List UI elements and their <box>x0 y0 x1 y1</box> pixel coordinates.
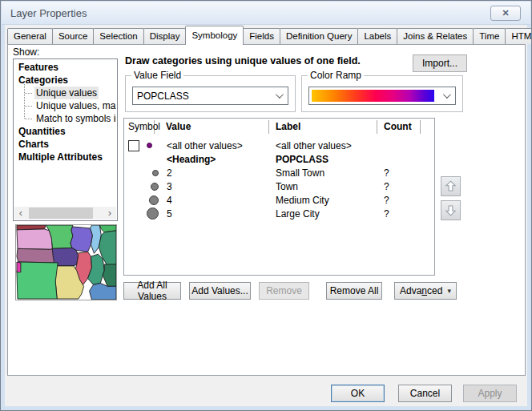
column-label: Label <box>269 120 377 134</box>
arrow-up-icon <box>443 179 458 194</box>
all-other-values-symbol[interactable] <box>147 143 152 148</box>
window-title: Layer Properties <box>10 7 87 19</box>
tab-selection[interactable]: Selection <box>93 28 143 44</box>
tree-item-quantities[interactable]: Quantities <box>17 125 116 138</box>
table-row-small-town[interactable]: 2 Small Town ? <box>124 166 434 179</box>
move-down-button[interactable] <box>441 200 461 220</box>
table-row-heading[interactable]: <Heading> POPCLASS <box>124 152 434 166</box>
values-table: Symbol Value Label Count <all other valu… <box>123 118 435 276</box>
tree-branch-icon <box>25 106 32 107</box>
scroll-left-icon[interactable]: ‹ <box>14 208 27 219</box>
tab-bar: General Source Selection Display Symbolo… <box>7 26 532 44</box>
map-state <box>17 262 58 299</box>
arrow-down-icon <box>443 203 458 218</box>
tree-branch-icon <box>25 119 32 119</box>
show-tree: Features Categories Unique values Unique… <box>13 58 118 221</box>
apply-button[interactable]: Apply <box>463 385 517 402</box>
color-ramp-select[interactable] <box>308 87 456 105</box>
color-ramp-swatch <box>312 90 434 102</box>
table-row-town[interactable]: 3 Town ? <box>124 179 434 193</box>
table-row-large-city[interactable]: 5 Large City ? <box>124 207 434 220</box>
tree-item-multiple-attributes[interactable]: Multiple Attributes <box>17 151 116 163</box>
color-ramp-label: Color Ramp <box>308 70 364 81</box>
tab-joins-relates[interactable]: Joins & Relates <box>397 28 474 44</box>
cancel-button[interactable]: Cancel <box>398 385 452 402</box>
tree-item-unique-values-many[interactable]: Unique values, many <box>17 99 116 112</box>
tab-labels[interactable]: Labels <box>357 28 397 44</box>
tab-fields[interactable]: Fields <box>243 28 280 44</box>
value-field-group: Value Field POPCLASS <box>125 75 296 112</box>
add-all-values-button[interactable]: Add All Values <box>123 282 181 300</box>
tab-definition-query[interactable]: Definition Query <box>280 28 358 44</box>
show-label: Show: <box>13 46 39 58</box>
scrollbar-thumb[interactable] <box>29 208 93 219</box>
map-state <box>71 227 93 252</box>
tree-branch-icon <box>25 93 32 94</box>
tree-item-match-to-symbols[interactable]: Match to symbols in a <box>17 112 116 125</box>
map-preview <box>15 224 117 300</box>
horizontal-scrollbar[interactable]: ‹ › <box>14 207 116 220</box>
panel-heading: Draw categories using unique values of o… <box>125 55 361 66</box>
add-values-button[interactable]: Add Values... <box>189 282 251 300</box>
remove-all-button[interactable]: Remove All <box>326 282 382 300</box>
scroll-right-icon[interactable]: › <box>103 208 116 219</box>
map-state <box>17 229 52 249</box>
table-header: Symbol Value Label Count <box>124 119 434 135</box>
map-state <box>103 264 116 286</box>
remove-button[interactable]: Remove <box>259 282 309 300</box>
tab-symbology[interactable]: Symbology <box>185 26 244 45</box>
class-symbol[interactable] <box>149 195 159 205</box>
value-field-select[interactable]: POPCLASS <box>132 87 288 105</box>
close-button[interactable]: ✕ <box>490 6 521 21</box>
tree-item-unique-values[interactable]: Unique values <box>17 87 116 99</box>
column-count: Count <box>377 120 421 134</box>
import-button[interactable]: Import... <box>413 54 467 72</box>
chevron-down-icon <box>276 91 284 99</box>
ok-button[interactable]: OK <box>331 385 385 402</box>
class-symbol[interactable] <box>151 183 159 191</box>
tree-item-features[interactable]: Features <box>17 61 116 74</box>
tab-display[interactable]: Display <box>143 28 187 44</box>
chevron-down-icon <box>443 91 451 99</box>
column-symbol: Symbol <box>124 120 155 134</box>
class-symbol[interactable] <box>152 170 159 176</box>
close-icon: ✕ <box>502 8 509 18</box>
dropdown-arrow-icon: ▾ <box>447 287 451 295</box>
symbology-tab-panel: Show: Features Categories Unique values … <box>7 44 526 376</box>
all-other-values-checkbox[interactable] <box>128 140 139 151</box>
column-value: Value <box>155 120 269 134</box>
tab-time[interactable]: Time <box>473 28 506 44</box>
table-row-medium-city[interactable]: 4 Medium City ? <box>124 193 434 207</box>
advanced-button-label: Advanced <box>400 285 442 296</box>
move-up-button[interactable] <box>441 176 461 196</box>
map-state <box>17 262 21 272</box>
layer-properties-dialog: Layer Properties ✕ General Source Select… <box>0 0 532 411</box>
tree-item-categories[interactable]: Categories <box>17 74 116 87</box>
tree-item-charts[interactable]: Charts <box>17 138 116 151</box>
table-row-all-other-values[interactable]: <all other values> <all other values> <box>124 139 434 152</box>
tab-general[interactable]: General <box>7 28 53 44</box>
color-ramp-group: Color Ramp <box>301 75 463 112</box>
advanced-button[interactable]: Advanced ▾ <box>394 282 457 300</box>
tab-source[interactable]: Source <box>52 28 94 44</box>
title-bar: Layer Properties ✕ <box>2 2 530 25</box>
value-field-label: Value Field <box>131 70 183 81</box>
class-symbol[interactable] <box>147 208 159 220</box>
value-field-value: POPCLASS <box>133 91 189 102</box>
tab-html-popup[interactable]: HTML Popup <box>505 28 532 44</box>
